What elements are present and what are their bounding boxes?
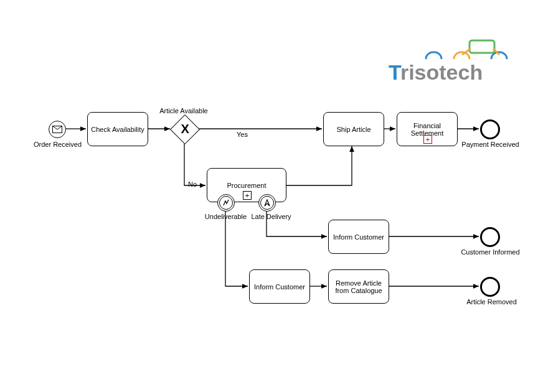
task-financial-settlement[interactable]: Financial Settlement + bbox=[397, 112, 458, 146]
task-label: Check Availability bbox=[91, 126, 144, 133]
end-event-article-label: Article Removed bbox=[462, 298, 521, 306]
svg-text:Trisotech: Trisotech bbox=[389, 60, 483, 84]
end-event-article-removed[interactable] bbox=[480, 277, 500, 297]
task-inform-customer-2[interactable]: Inform Customer bbox=[249, 269, 310, 304]
escalation-icon bbox=[263, 199, 271, 207]
boundary-event-late-delivery[interactable] bbox=[258, 194, 276, 212]
boundary-event-undeliverable[interactable] bbox=[217, 194, 235, 212]
start-event-label: Order Received bbox=[31, 141, 84, 148]
task-check-availability[interactable]: Check Availability bbox=[87, 112, 148, 146]
exclusive-gateway[interactable]: X bbox=[170, 114, 200, 144]
envelope-icon bbox=[52, 126, 62, 133]
gateway-label: Article Available bbox=[153, 107, 215, 114]
task-label: Remove Article from Catalogue bbox=[331, 279, 386, 294]
task-remove-article[interactable]: Remove Article from Catalogue bbox=[328, 269, 389, 304]
task-label: Procurement bbox=[227, 182, 267, 189]
svg-rect-0 bbox=[470, 40, 494, 53]
task-label: Financial Settlement bbox=[411, 122, 444, 137]
flow-label-no: No bbox=[188, 180, 197, 188]
end-event-customer-label: Customer Informed bbox=[458, 248, 523, 256]
task-label: Ship Article bbox=[336, 126, 370, 133]
end-event-payment-label: Payment Received bbox=[461, 141, 520, 148]
end-event-payment[interactable] bbox=[480, 119, 500, 139]
start-event[interactable] bbox=[49, 121, 66, 138]
task-ship-article[interactable]: Ship Article bbox=[323, 112, 384, 146]
flow-label-yes: Yes bbox=[237, 131, 248, 138]
end-event-customer-informed[interactable] bbox=[480, 227, 500, 247]
subprocess-marker-icon: + bbox=[423, 135, 432, 144]
boundary-label-late-delivery: Late Delivery bbox=[248, 213, 295, 220]
error-icon bbox=[222, 199, 230, 207]
task-label: Inform Customer bbox=[333, 233, 384, 241]
trisotech-logo: Trisotech bbox=[370, 31, 526, 88]
boundary-label-undeliverable: Undeliverable bbox=[202, 213, 249, 220]
bpmn-canvas: Trisotech bbox=[0, 0, 538, 392]
task-inform-customer-1[interactable]: Inform Customer bbox=[328, 220, 389, 254]
x-icon: X bbox=[181, 122, 189, 136]
subprocess-marker-icon: + bbox=[243, 191, 252, 200]
task-label: Inform Customer bbox=[254, 283, 305, 291]
